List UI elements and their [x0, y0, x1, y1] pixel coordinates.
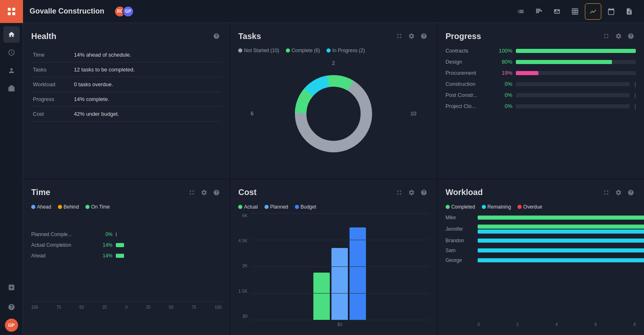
workload-bar-remaining — [478, 229, 644, 234]
workload-title: Workload — [446, 188, 483, 197]
tasks-help-icon[interactable] — [419, 31, 429, 41]
cost-y-label: 3K — [242, 263, 248, 268]
workload-bars — [478, 258, 636, 262]
progress-settings-icon[interactable] — [614, 31, 623, 41]
workload-row-label: George — [446, 257, 474, 263]
docs-view-icon[interactable] — [621, 3, 637, 20]
progress-bar-bg — [516, 93, 630, 97]
progress-row: Construction 0% | — [446, 81, 636, 87]
health-title: Health — [31, 32, 56, 41]
progress-row-pct: 100% — [494, 48, 513, 54]
app-logo[interactable] — [0, 0, 23, 23]
progress-rows: Contracts 100% Design 80% Procurement 19… — [446, 48, 636, 171]
progress-row: Design 80% — [446, 59, 636, 65]
legend-label: On Time — [91, 204, 110, 210]
workload-bar-completed — [478, 225, 644, 229]
time-x-axis: 1007550250255075100 — [31, 303, 221, 310]
sidebar-item-portfolio[interactable] — [3, 80, 20, 97]
progress-bar-bg — [516, 104, 630, 108]
workload-rows: Mike Jennifer Brandon Sam George — [446, 215, 636, 321]
cost-help-icon[interactable] — [419, 188, 429, 197]
progress-bar-fill — [516, 71, 539, 75]
health-help-icon[interactable] — [212, 31, 221, 41]
svg-rect-1 — [12, 8, 15, 11]
progress-row-pct: 19% — [494, 70, 513, 76]
time-help-icon[interactable] — [212, 188, 221, 197]
user-avatar[interactable]: GP — [5, 319, 18, 332]
tasks-expand-icon[interactable] — [394, 31, 404, 41]
legend-label: Ahead — [37, 204, 51, 210]
workload-settings-icon[interactable] — [614, 188, 623, 197]
cost-legend-item: Planned — [264, 204, 288, 210]
progress-row-label: Construction — [446, 81, 491, 87]
donut-svg — [288, 69, 379, 159]
workload-axis-label: 2 — [517, 322, 519, 327]
workload-legend-item: Completed — [446, 204, 475, 210]
cost-settings-icon[interactable] — [407, 188, 416, 197]
legend-dot — [85, 205, 90, 209]
workload-panel-icons — [601, 188, 636, 197]
progress-bar-bg — [516, 82, 630, 86]
main-content: Govalle Construction RC GP — [23, 0, 644, 335]
workload-bars — [478, 225, 636, 234]
cost-bar-budget — [350, 227, 366, 320]
tasks-legend: Not Started (10)Complete (6)In Progress … — [238, 48, 428, 53]
progress-row-pct: 0% — [494, 92, 513, 98]
time-row-label: Actual Completion — [31, 242, 93, 248]
tasks-panel-icons — [394, 31, 429, 41]
avatar-gp[interactable]: GP — [122, 6, 134, 17]
sidebar-item-time[interactable] — [3, 44, 20, 61]
gantt-view-icon[interactable] — [531, 3, 547, 20]
cost-chart-container: 6K4.5K3K1.5K$0 — [238, 213, 428, 327]
time-row-pct: 14% — [96, 253, 113, 259]
sidebar-item-home[interactable] — [3, 26, 20, 43]
workload-bars — [478, 216, 636, 220]
time-axis-label: 75 — [56, 305, 61, 310]
progress-help-icon[interactable] — [626, 31, 636, 41]
workload-panel: Workload CompletedRemainingOverdue Mike — [437, 179, 644, 335]
health-row-label: Progress — [31, 92, 72, 107]
time-axis-label: 75 — [192, 305, 196, 310]
svg-rect-2 — [8, 12, 11, 15]
time-axis-label: 50 — [169, 305, 173, 310]
time-axis-label: 25 — [102, 305, 107, 310]
time-expand-icon[interactable] — [187, 188, 197, 197]
legend-label: In Progress (2) — [332, 48, 365, 53]
workload-row-label: Sam — [446, 248, 474, 253]
board-view-icon[interactable] — [549, 3, 565, 20]
time-axis-label: 25 — [146, 305, 150, 310]
legend-label: Actual — [244, 204, 258, 210]
tasks-settings-icon[interactable] — [407, 31, 416, 41]
page-title: Govalle Construction — [30, 7, 104, 16]
workload-row: Brandon — [446, 238, 636, 243]
cost-y-label: 1.5K — [238, 289, 248, 294]
calendar-view-icon[interactable] — [603, 3, 619, 20]
progress-row-pct: 0% — [494, 103, 513, 109]
cost-expand-icon[interactable] — [394, 188, 404, 197]
donut-chart: 2 6 10 — [238, 57, 428, 171]
donut-label-left: 6 — [251, 110, 253, 117]
dashboard-view-icon[interactable] — [585, 3, 601, 20]
time-settings-icon[interactable] — [199, 188, 209, 197]
workload-expand-icon[interactable] — [601, 188, 611, 197]
donut-label-top: 2 — [332, 60, 335, 66]
health-table: Time14% ahead of schedule.Tasks12 tasks … — [31, 48, 221, 122]
workload-bar-remaining — [478, 258, 644, 262]
cost-y-label: $0 — [243, 314, 248, 319]
sidebar-item-add[interactable] — [3, 279, 20, 296]
progress-header: Progress — [446, 31, 636, 41]
health-row-label: Tasks — [31, 62, 72, 77]
health-row: Progress14% complete. — [31, 92, 221, 107]
list-view-icon[interactable] — [513, 3, 529, 20]
table-view-icon[interactable] — [567, 3, 583, 20]
health-row-label: Time — [31, 48, 72, 62]
workload-help-icon[interactable] — [626, 188, 636, 197]
sidebar-item-help[interactable] — [3, 299, 20, 315]
sidebar-item-people[interactable] — [3, 62, 20, 79]
topbar: Govalle Construction RC GP — [23, 0, 644, 23]
progress-expand-icon[interactable] — [601, 31, 611, 41]
legend-dot — [238, 205, 242, 209]
health-row-value: 14% complete. — [72, 92, 221, 107]
health-row-label: Workload — [31, 77, 72, 92]
health-row: Time14% ahead of schedule. — [31, 48, 221, 62]
